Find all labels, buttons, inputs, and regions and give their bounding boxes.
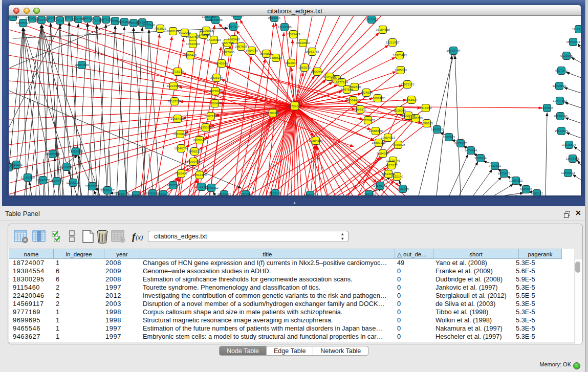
svg-text:12353594: 12353594 — [199, 125, 213, 129]
svg-text:17957255: 17957255 — [85, 184, 99, 188]
svg-text:9146821: 9146821 — [260, 52, 273, 55]
svg-text:3824554: 3824554 — [360, 91, 373, 94]
svg-text:8938923: 8938923 — [443, 135, 455, 139]
svg-text:20364436: 20364436 — [346, 98, 360, 102]
svg-text:1733426: 1733426 — [397, 187, 409, 190]
svg-text:18724007: 18724007 — [288, 104, 302, 108]
svg-text:9129966: 9129966 — [560, 54, 573, 57]
svg-text:8878342: 8878342 — [193, 138, 206, 142]
svg-text:19384554: 19384554 — [309, 139, 323, 142]
svg-text:13218596: 13218596 — [277, 25, 292, 29]
svg-text:12505135: 12505135 — [66, 181, 80, 184]
svg-text:20206536: 20206536 — [46, 152, 60, 156]
svg-text:9227342: 9227342 — [555, 69, 568, 72]
svg-text:9384067: 9384067 — [377, 151, 389, 155]
svg-text:16961758: 16961758 — [305, 50, 319, 53]
svg-text:7357224: 7357224 — [227, 25, 240, 28]
svg-text:3498222: 3498222 — [188, 149, 201, 153]
svg-text:8242848: 8242848 — [215, 61, 228, 65]
svg-text:7462660: 7462660 — [349, 85, 361, 89]
svg-text:1145131: 1145131 — [54, 18, 66, 22]
svg-text:12045012: 12045012 — [204, 186, 219, 189]
svg-text:8813054: 8813054 — [231, 16, 244, 17]
svg-text:1440935: 1440935 — [431, 127, 444, 131]
svg-text:6679197: 6679197 — [454, 141, 467, 145]
svg-text:16154838: 16154838 — [376, 28, 390, 31]
svg-text:9657791: 9657791 — [167, 183, 180, 187]
svg-text:7625402: 7625402 — [175, 171, 188, 175]
svg-text:2935114: 2935114 — [474, 156, 487, 160]
svg-text:10807487: 10807487 — [371, 96, 385, 100]
svg-text:7515546: 7515546 — [143, 23, 156, 27]
svg-text:9310051: 9310051 — [157, 192, 170, 195]
svg-text:8454749: 8454749 — [246, 49, 258, 52]
svg-text:10654112: 10654112 — [509, 179, 523, 182]
svg-text:2087682: 2087682 — [365, 17, 378, 21]
svg-text:20975857: 20975857 — [59, 165, 74, 168]
svg-text:10046798: 10046798 — [174, 146, 188, 150]
svg-text:1700460: 1700460 — [209, 101, 222, 105]
svg-text:21053346: 21053346 — [75, 63, 89, 67]
svg-text:2803144: 2803144 — [210, 76, 223, 79]
svg-text:8990448: 8990448 — [311, 70, 324, 73]
svg-text:16648784: 16648784 — [446, 49, 461, 52]
svg-text:3215955: 3215955 — [541, 106, 554, 110]
svg-text:10958127: 10958127 — [100, 188, 115, 192]
svg-text:12942757: 12942757 — [36, 178, 50, 182]
svg-text:7886372: 7886372 — [354, 107, 367, 111]
svg-text:12213967: 12213967 — [385, 40, 400, 44]
svg-text:9105105: 9105105 — [269, 191, 282, 195]
svg-text:11919510: 11919510 — [238, 192, 253, 195]
svg-text:10120746: 10120746 — [386, 159, 400, 162]
svg-text:17359928: 17359928 — [69, 149, 83, 153]
svg-text:10973493: 10973493 — [393, 53, 407, 57]
svg-text:15751074: 15751074 — [566, 40, 580, 43]
svg-text:10059915: 10059915 — [217, 192, 231, 195]
svg-text:15692971: 15692971 — [554, 129, 569, 133]
svg-text:12923466: 12923466 — [129, 193, 143, 195]
svg-text:11121314: 11121314 — [572, 27, 581, 31]
svg-text:5875685: 5875685 — [222, 50, 235, 54]
svg-text:8471675: 8471675 — [498, 171, 511, 175]
svg-text:15720407: 15720407 — [361, 118, 375, 122]
svg-text:17016504: 17016504 — [562, 143, 576, 146]
svg-text:9465779: 9465779 — [304, 193, 317, 195]
svg-text:9699695: 9699695 — [421, 121, 433, 125]
svg-text:3919301: 3919301 — [9, 16, 19, 18]
svg-text:70756928: 70756928 — [391, 143, 405, 146]
svg-text:2718179: 2718179 — [171, 70, 184, 73]
svg-text:13975115: 13975115 — [400, 82, 415, 86]
svg-text:18807269: 18807269 — [372, 141, 386, 144]
svg-text:10053809: 10053809 — [208, 18, 223, 21]
svg-text:7505465: 7505465 — [228, 37, 241, 41]
svg-text:7663822: 7663822 — [154, 27, 167, 30]
svg-text:16640910: 16640910 — [296, 41, 310, 45]
svg-text:8912954: 8912954 — [179, 31, 191, 34]
svg-text:1362615: 1362615 — [298, 65, 311, 69]
svg-text:9685012: 9685012 — [531, 191, 543, 195]
svg-text:12156829: 12156829 — [20, 176, 35, 179]
svg-text:8813054: 8813054 — [268, 16, 281, 19]
svg-text:10782759: 10782759 — [115, 192, 129, 195]
svg-text:13325419: 13325419 — [286, 32, 300, 36]
svg-text:9327505: 9327505 — [222, 41, 234, 45]
svg-text:13226058: 13226058 — [199, 29, 213, 32]
svg-text:2522140: 2522140 — [391, 174, 404, 178]
svg-text:14914479: 14914479 — [192, 173, 207, 177]
svg-text:12444153: 12444153 — [553, 99, 567, 102]
svg-text:13495758: 13495758 — [408, 116, 423, 120]
svg-text:2867608: 2867608 — [235, 45, 248, 48]
svg-text:12450123: 12450123 — [561, 171, 575, 174]
svg-text:1145131: 1145131 — [51, 179, 63, 183]
svg-text:11675341: 11675341 — [565, 157, 580, 160]
svg-text:19166827: 19166827 — [173, 132, 187, 136]
svg-text:9474444: 9474444 — [465, 148, 477, 152]
svg-text:3267130: 3267130 — [205, 114, 217, 118]
svg-text:10491991: 10491991 — [362, 192, 376, 195]
svg-text:14136141: 14136141 — [373, 184, 387, 187]
svg-text:9777169: 9777169 — [336, 80, 349, 84]
svg-text:19654983: 19654983 — [170, 117, 185, 120]
svg-text:14099489: 14099489 — [186, 160, 201, 163]
svg-text:9245652: 9245652 — [520, 187, 533, 191]
svg-text:7485063: 7485063 — [395, 68, 407, 72]
